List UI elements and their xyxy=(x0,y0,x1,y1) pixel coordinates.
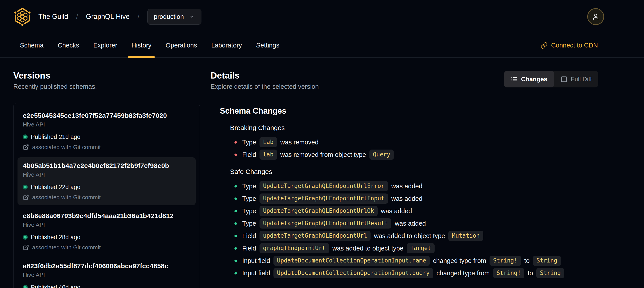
change-row: TypeUpdateTargetGraphQLEndpointUrlErrorw… xyxy=(230,181,598,191)
change-text: was removed xyxy=(280,139,318,146)
version-service-name: Hive API xyxy=(23,221,190,228)
change-text: Type xyxy=(242,183,256,190)
published-dot-icon xyxy=(23,185,28,189)
change-bullet-icon xyxy=(234,222,237,225)
schema-changes-section: Schema Changes Breaking Changes TypeLabw… xyxy=(220,106,598,278)
hive-logo-icon[interactable] xyxy=(13,7,32,27)
changes-view-label: Changes xyxy=(521,76,547,83)
change-text: changed type from xyxy=(436,269,490,277)
tab-laboratory[interactable]: Laboratory xyxy=(211,33,242,58)
change-text: Type xyxy=(242,195,256,202)
version-published-text: Published 22d ago xyxy=(31,183,80,191)
change-text: to xyxy=(524,257,530,264)
external-link-icon xyxy=(23,244,29,250)
target-selector[interactable]: production xyxy=(147,9,201,25)
version-service-name: Hive API xyxy=(23,171,190,178)
published-dot-icon xyxy=(23,134,28,139)
nav-tab-label: Settings xyxy=(256,42,280,49)
code-chip: String! xyxy=(490,256,521,266)
code-chip: Lab xyxy=(260,137,277,147)
code-chip: String! xyxy=(493,268,524,278)
chevron-down-icon xyxy=(189,14,195,20)
change-row: Fieldlabwas removed from object typeQuer… xyxy=(230,150,598,160)
changes-view-button[interactable]: Changes xyxy=(504,71,554,87)
change-group-title: Safe Changes xyxy=(230,168,598,176)
full-diff-view-label: Full Diff xyxy=(571,76,592,83)
version-item-3[interactable]: c8b6e88a06793b9c4dfd54aaa21b36a1b421d812… xyxy=(18,207,196,255)
list-icon xyxy=(511,76,518,83)
version-git-text: associated with Git commit xyxy=(32,244,100,251)
change-text: Type xyxy=(242,139,256,146)
details-header-text: Details Explore details of the selected … xyxy=(210,70,319,91)
tab-schema[interactable]: Schema xyxy=(20,33,44,58)
change-bullet-icon xyxy=(234,197,237,200)
version-git-link[interactable]: associated with Git commit xyxy=(23,244,190,251)
code-chip: Query xyxy=(370,150,394,160)
change-row: FieldgraphqlEndpointUrlwas added to obje… xyxy=(230,243,598,253)
code-chip: UpdateTargetGraphQLEndpointUrlResult xyxy=(260,218,392,228)
tab-settings[interactable]: Settings xyxy=(256,33,280,58)
versions-panel: Versions Recently published schemas. e2e… xyxy=(13,70,200,288)
change-text: to xyxy=(528,269,533,277)
change-bullet-icon xyxy=(234,235,237,237)
target-selector-value: production xyxy=(154,13,184,21)
app-header: The Guild / GraphQL Hive / production xyxy=(0,0,644,33)
version-item-1[interactable]: e2e55045345ce13fe07f52a77459b83fa3fe7020… xyxy=(18,107,196,155)
project-nav: SchemaChecksExplorerHistoryOperationsLab… xyxy=(0,33,644,58)
main-content: Versions Recently published schemas. e2e… xyxy=(0,58,644,288)
code-chip: UpdateDocumentCollectionOperationInput.n… xyxy=(274,256,430,266)
change-bullet-icon xyxy=(234,272,237,274)
breadcrumb-org[interactable]: The Guild xyxy=(38,13,68,21)
change-text: was added to object type xyxy=(374,232,445,240)
breadcrumb-separator: / xyxy=(138,13,140,21)
code-chip: UpdateTargetGraphQLEndpointUrlError xyxy=(260,181,388,191)
version-git-link[interactable]: associated with Git commit xyxy=(23,144,190,151)
version-item-4[interactable]: a823f6db2a55df877dcf406006abca97fcc4858c… xyxy=(18,258,196,288)
code-chip: UpdateTargetGraphQLEndpointUrlInput xyxy=(260,193,388,204)
breadcrumb-project[interactable]: GraphQL Hive xyxy=(86,13,130,21)
external-link-icon xyxy=(23,194,29,200)
change-row: TypeUpdateTargetGraphQLEndpointUrlOkwas … xyxy=(230,206,598,216)
version-git-link[interactable]: associated with Git commit xyxy=(23,194,190,201)
version-published-text: Published 21d ago xyxy=(31,133,80,141)
version-hash: a823f6db2a55df877dcf406006abca97fcc4858c xyxy=(23,262,190,270)
change-group-breaking: Breaking Changes TypeLabwas removed Fiel… xyxy=(230,124,598,160)
change-row: FieldupdateTargetGraphQLEndpointUrlwas a… xyxy=(230,231,598,241)
details-header: Details Explore details of the selected … xyxy=(210,70,598,91)
full-diff-view-button[interactable]: Full Diff xyxy=(554,71,598,87)
nav-tab-label: Explorer xyxy=(93,42,117,49)
change-text: was removed from object type xyxy=(280,151,366,158)
breadcrumb: The Guild / GraphQL Hive / production xyxy=(38,9,202,25)
version-status: Published 22d ago xyxy=(23,183,190,191)
details-subtitle: Explore details of the selected version xyxy=(210,83,319,91)
change-group-safe: Safe Changes TypeUpdateTargetGraphQLEndp… xyxy=(230,168,598,278)
published-dot-icon xyxy=(23,235,28,240)
code-chip: lab xyxy=(260,150,277,160)
connect-to-cdn-link[interactable]: Connect to CDN xyxy=(540,33,598,58)
code-chip: String xyxy=(533,256,561,266)
code-chip: UpdateTargetGraphQLEndpointUrlOk xyxy=(260,206,378,216)
user-menu-button[interactable] xyxy=(587,8,604,25)
change-text: was added xyxy=(381,207,412,215)
version-git-text: associated with Git commit xyxy=(32,194,100,201)
tab-explorer[interactable]: Explorer xyxy=(93,33,117,58)
change-bullet-icon xyxy=(234,154,237,156)
version-git-text: associated with Git commit xyxy=(32,144,100,151)
change-text: was added xyxy=(391,195,422,202)
change-group-rows: TypeUpdateTargetGraphQLEndpointUrlErrorw… xyxy=(230,181,598,278)
change-bullet-icon xyxy=(234,185,237,187)
change-row: TypeUpdateTargetGraphQLEndpointUrlInputw… xyxy=(230,193,598,204)
nav-tabs: SchemaChecksExplorerHistoryOperationsLab… xyxy=(20,33,280,58)
change-text: changed type from xyxy=(433,257,486,264)
version-service-name: Hive API xyxy=(23,121,190,128)
tab-history[interactable]: History xyxy=(132,33,151,58)
schema-changes-groups: Breaking Changes TypeLabwas removed Fiel… xyxy=(220,124,598,278)
version-status: Published 40d ago xyxy=(23,283,190,288)
tab-operations[interactable]: Operations xyxy=(166,33,197,58)
version-item-2[interactable]: 4b05ab51b1b4a7e2e4b0ef82172f2b9f7ef98c0b… xyxy=(18,157,196,205)
code-chip: UpdateDocumentCollectionOperationInput.q… xyxy=(274,268,433,278)
change-row: Input fieldUpdateDocumentCollectionOpera… xyxy=(230,256,598,266)
change-text: Input field xyxy=(242,269,270,277)
tab-checks[interactable]: Checks xyxy=(58,33,79,58)
version-published-text: Published 40d ago xyxy=(31,283,80,288)
